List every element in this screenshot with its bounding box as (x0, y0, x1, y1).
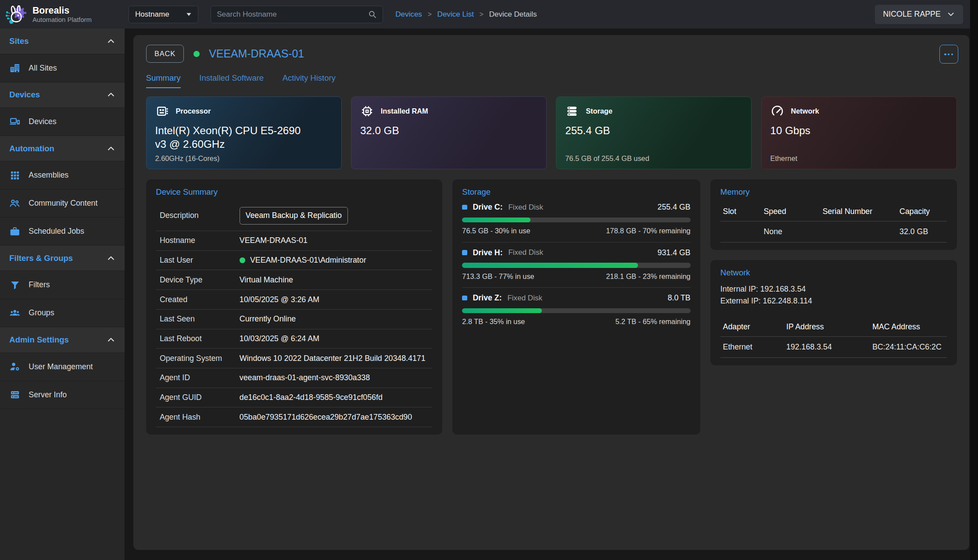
column-header: MAC Address (870, 317, 947, 337)
breadcrumb-devices[interactable]: Devices (395, 10, 422, 19)
row-label: Last Reboot (160, 334, 240, 343)
sidebar-item-devices[interactable]: Devices (0, 108, 125, 136)
people-icon (9, 198, 21, 209)
search-icon[interactable] (368, 10, 377, 19)
drive-usage-bar (462, 263, 690, 268)
topbar: Borealis Automation Platform Hostname De… (0, 0, 978, 29)
panel-title: Storage (462, 187, 690, 197)
sidebar-section-admin-settings[interactable]: Admin Settings (0, 327, 125, 353)
section-label: Sites (9, 36, 29, 46)
drive-remaining: 5.2 TB - 65% remaining (615, 317, 690, 326)
sidebar-section-automation[interactable]: Automation (0, 136, 125, 161)
row-value: VEEAM-DRAAS-01\Administrator (240, 256, 366, 265)
main-area: BACK VEEAM-DRAAS-01 Summary Installed So… (125, 29, 978, 560)
breadcrumb-device-list[interactable]: Device List (437, 10, 474, 19)
row-value: Windows 10 2022 Datacenter 21H2 Build 20… (240, 354, 426, 363)
app-window: Borealis Automation Platform Hostname De… (0, 0, 978, 560)
chevron-down-icon (947, 10, 955, 18)
chevron-up-icon (107, 144, 115, 153)
drive-bullet-icon (462, 296, 467, 300)
network-card: Network 10 Gbps Ethernet (761, 96, 957, 169)
row-value: Virtual Machine (240, 275, 293, 285)
brand-text: Borealis Automation Platform (32, 5, 92, 24)
table-row: Hostname VEEAM-DRAAS-01 (156, 231, 432, 251)
row-label: Created (160, 295, 240, 304)
sidebar-item-label: All Sites (29, 64, 57, 73)
user-gear-icon (9, 361, 21, 372)
sidebar-item-user-management[interactable]: User Management (0, 353, 125, 381)
breadcrumb: Devices > Device List > Device Details (395, 10, 537, 19)
card-footer: 2.60GHz (16-Cores) (155, 154, 220, 163)
row-label: Device Type (160, 275, 240, 285)
drive-size: 255.4 GB (658, 203, 691, 212)
back-button[interactable]: BACK (146, 45, 184, 63)
sidebar-item-label: Filters (29, 280, 50, 289)
search-box (211, 6, 383, 23)
filter-icon (9, 280, 21, 290)
external-ip: External IP: 162.248.8.114 (720, 295, 947, 307)
tabs: Summary Installed Software Activity Hist… (146, 73, 957, 88)
section-label: Filters & Groups (9, 253, 73, 263)
sidebar-item-label: Assemblies (29, 171, 68, 180)
tab-summary[interactable]: Summary (146, 73, 181, 88)
online-status-dot (240, 257, 245, 263)
card-title: Storage (586, 107, 613, 115)
search-input[interactable] (217, 10, 367, 19)
row-value: 05ba0e7935171d626ecea29b27d7ae175363cd90 (240, 413, 412, 422)
breadcrumb-separator: > (428, 11, 432, 18)
sidebar-item-scheduled-jobs[interactable]: Scheduled Jobs (0, 218, 125, 246)
row-label: Agent ID (160, 373, 240, 382)
tab-installed-software[interactable]: Installed Software (199, 73, 264, 88)
more-options-button[interactable] (939, 45, 958, 64)
device-title: VEEAM-DRAAS-01 (209, 47, 304, 60)
row-value: Currently Online (240, 314, 296, 324)
drive-usage-bar (462, 218, 690, 222)
description-input[interactable] (240, 207, 348, 225)
adapter-ip: 192.168.3.54 (784, 337, 870, 358)
sidebar-item-assemblies[interactable]: Assemblies (0, 161, 125, 189)
row-value: de16c0c1-8aa2-4d18-9585-9ce91cf056fd (240, 393, 383, 402)
user-menu-button[interactable]: NICOLE RAPPE (875, 5, 963, 24)
table-row: Description (156, 201, 432, 231)
sidebar-item-all-sites[interactable]: All Sites (0, 54, 125, 82)
sidebar-section-sites[interactable]: Sites (0, 29, 125, 54)
card-value: 10 Gbps (770, 124, 948, 137)
drive-name: Drive Z: (473, 293, 502, 303)
drive-remaining: 218.1 GB - 23% remaining (606, 272, 690, 281)
grid-icon (9, 170, 21, 181)
card-title: Network (791, 107, 819, 115)
drive-used: 76.5 GB - 30% in use (462, 227, 530, 235)
sidebar-item-groups[interactable]: Groups (0, 299, 125, 327)
sidebar-item-community-content[interactable]: Community Content (0, 189, 125, 218)
internal-ip: Internal IP: 192.168.3.54 (720, 283, 947, 296)
sidebar-item-label: Server Info (29, 390, 67, 399)
card-value: Intel(R) Xeon(R) CPU E5-2690 v3 @ 2.60GH… (155, 124, 333, 151)
tab-activity-history[interactable]: Activity History (283, 73, 336, 88)
caret-down-icon (186, 11, 192, 17)
table-row: Device Type Virtual Machine (156, 270, 432, 290)
server-icon (9, 389, 21, 400)
sidebar-item-server-info[interactable]: Server Info (0, 381, 125, 409)
drive-type: Fixed Disk (508, 203, 543, 212)
row-value: VEEAM-DRAAS-01 (240, 236, 308, 245)
sidebar-section-filters-groups[interactable]: Filters & Groups (0, 246, 125, 271)
body-row: Sites All Sites Devices Devices Au (0, 29, 978, 560)
drive-name: Drive H: (473, 248, 502, 257)
card-value: 255.4 GB (565, 124, 742, 137)
adapter-mac: BC:24:11:CA:C6:2C (870, 337, 947, 358)
device-header: BACK VEEAM-DRAAS-01 (146, 45, 957, 63)
breadcrumb-current: Device Details (489, 10, 537, 19)
memory-slot (720, 221, 761, 243)
search-field-select-value: Hostname (135, 10, 169, 19)
drive-used: 2.8 TB - 35% in use (462, 317, 525, 326)
scrollbar[interactable] (970, 0, 978, 560)
search-field-select[interactable]: Hostname (129, 6, 198, 23)
row-label: Agent GUID (160, 393, 240, 402)
server-stack-icon (565, 104, 579, 118)
sidebar-section-devices[interactable]: Devices (0, 82, 125, 108)
sidebar-item-filters[interactable]: Filters (0, 271, 125, 299)
row-label: Last Seen (160, 314, 240, 324)
section-label: Devices (9, 90, 40, 100)
row-value: 10/05/2025 @ 3:26 AM (240, 295, 319, 304)
row-value: veeam-draas-01-agent-svc-8930a338 (240, 373, 370, 382)
